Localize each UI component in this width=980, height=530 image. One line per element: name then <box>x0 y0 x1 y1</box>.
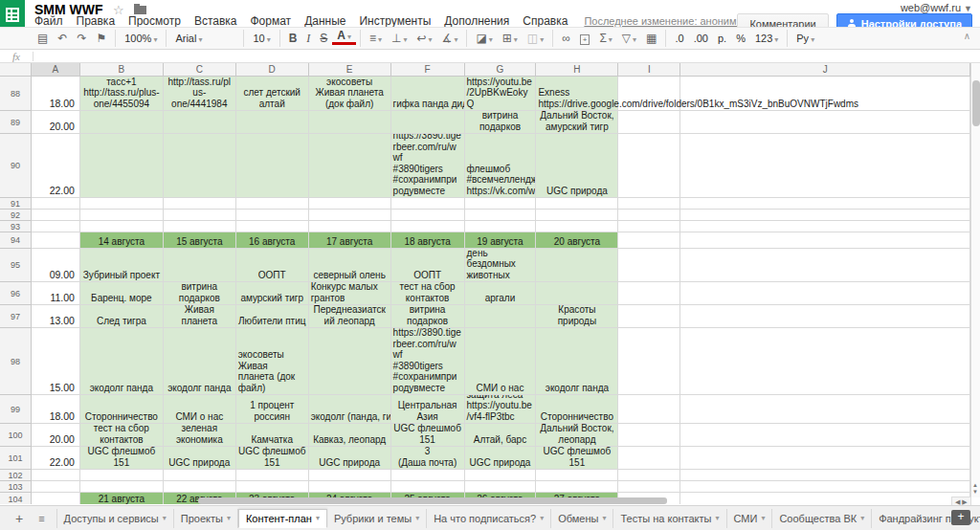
cell-F88[interactable]: гифка панда диджитал <box>391 77 465 111</box>
row-header-94[interactable]: 94 <box>0 232 32 249</box>
cell-C91[interactable] <box>164 198 236 210</box>
cell-C103[interactable] <box>164 481 236 493</box>
font-select[interactable]: Arial▾ <box>170 29 239 48</box>
cell-C95[interactable] <box>164 249 236 282</box>
column-header-B[interactable]: B <box>80 63 164 76</box>
cell-I94[interactable] <box>618 232 680 249</box>
cell-A91[interactable] <box>32 198 80 210</box>
column-header-I[interactable]: I <box>618 63 680 76</box>
cell-J104[interactable] <box>680 493 970 504</box>
cell-E94[interactable]: 17 августа <box>309 232 391 249</box>
cell-E92[interactable] <box>309 210 391 221</box>
cell-G88[interactable]: защита леса https://youtu.be/2UpBKwEokyQ <box>465 77 537 111</box>
cell-D92[interactable] <box>236 210 309 221</box>
cell-H95[interactable] <box>536 249 618 282</box>
row-header-90[interactable]: 90 <box>0 134 32 198</box>
insert-link-button[interactable]: ∞ <box>557 29 575 48</box>
cell-E96[interactable]: Конкурс малых грантов <box>309 282 391 305</box>
cell-J90[interactable] <box>680 134 970 198</box>
cell-F94[interactable]: 18 августа <box>391 232 465 249</box>
cell-H101[interactable]: UGC флешмоб 151 <box>536 447 618 470</box>
cell-I95[interactable] <box>618 249 680 282</box>
insert-comment-button[interactable]: + <box>575 29 595 48</box>
cell-D97[interactable]: Любители птиц <box>236 305 309 328</box>
cell-A102[interactable] <box>32 470 80 481</box>
row-header-104[interactable]: 104 <box>0 493 32 504</box>
cell-C99[interactable]: СМИ о нас <box>164 395 236 424</box>
all-sheets-button[interactable]: ≡ <box>31 513 52 524</box>
sheets-logo-icon[interactable] <box>0 0 25 30</box>
cell-F99[interactable]: Центральная Азия <box>391 395 465 424</box>
cell-C92[interactable] <box>164 210 236 221</box>
column-header-C[interactable]: C <box>164 63 236 76</box>
cell-F95[interactable]: ООПТ <box>391 249 465 282</box>
cell-E90[interactable] <box>309 134 391 198</box>
cell-I98[interactable] <box>618 328 680 395</box>
cell-B102[interactable] <box>80 470 164 481</box>
sheet-tab-проекты[interactable]: Проекты▾ <box>174 509 238 528</box>
column-header-E[interactable]: E <box>309 63 391 76</box>
cell-H91[interactable] <box>536 198 618 210</box>
cell-B94[interactable]: 14 августа <box>80 232 164 249</box>
cell-I89[interactable] <box>618 111 680 134</box>
cell-H88[interactable]: Exness https://drive.google.com/drive/fo… <box>536 77 618 111</box>
cell-A88[interactable]: 18.00 <box>32 77 80 111</box>
cell-B93[interactable] <box>80 221 164 232</box>
cell-D98[interactable]: экосоветы Живая планета (док файл) <box>236 328 309 395</box>
cell-H102[interactable] <box>536 470 618 481</box>
input-tools-button[interactable]: Ру▾ <box>791 29 819 48</box>
cell-E100[interactable]: Кавказ, леопард <box>309 424 391 447</box>
cell-B90[interactable] <box>80 134 164 198</box>
column-header-A[interactable]: A <box>32 63 80 76</box>
cell-H103[interactable] <box>536 481 618 493</box>
column-header-D[interactable]: D <box>236 63 309 76</box>
decrease-decimal-button[interactable]: .0 <box>670 29 688 48</box>
row-header-98[interactable]: 98 <box>0 328 32 395</box>
sheet-tab-обмены[interactable]: Обмены▾ <box>551 509 613 528</box>
row-header-102[interactable]: 102 <box>0 470 32 481</box>
column-header-F[interactable]: F <box>391 63 465 76</box>
cell-D96[interactable]: амурский тигр <box>236 282 309 305</box>
sheet-tab-рубрики-и-темы[interactable]: Рубрики и темы▾ <box>327 509 427 528</box>
font-size-select[interactable]: 10▾ <box>248 29 275 48</box>
cell-A99[interactable]: 18.00 <box>32 395 80 424</box>
cell-G102[interactable] <box>465 470 537 481</box>
redo-icon[interactable]: ↷ <box>72 29 91 48</box>
cell-H97[interactable]: Красоты природы <box>536 305 618 328</box>
cell-A98[interactable]: 15.00 <box>32 328 80 395</box>
cell-H98[interactable]: экодолг панда <box>536 328 618 395</box>
cell-F101[interactable]: радиоискатель 3 (Даша почта) <box>391 447 465 470</box>
cell-I102[interactable] <box>618 470 680 481</box>
cell-G98[interactable]: СМИ о нас <box>465 328 537 395</box>
cell-F103[interactable] <box>391 481 465 493</box>
account-menu[interactable]: web@wwf.ru ▼ <box>901 2 972 13</box>
horizontal-scroll-thumb[interactable] <box>198 497 667 504</box>
cell-I103[interactable] <box>618 481 680 493</box>
cell-E103[interactable] <box>309 481 391 493</box>
cell-J92[interactable] <box>680 210 970 221</box>
cell-B96[interactable]: Баренц. море <box>80 282 164 305</box>
cell-E91[interactable] <box>309 198 391 210</box>
fill-color-button[interactable]: ◪▾ <box>471 29 497 48</box>
cell-D100[interactable]: Камчатка <box>236 424 309 447</box>
explore-button[interactable]: + <box>951 510 970 525</box>
collapse-toolbar-button[interactable]: ∧ <box>964 31 970 41</box>
text-rotate-button[interactable]: ∡▾ <box>437 29 463 48</box>
cell-I101[interactable] <box>618 447 680 470</box>
cell-B91[interactable] <box>80 198 164 210</box>
insert-chart-button[interactable]: ▦ <box>641 29 661 48</box>
merge-cells-button[interactable]: ◫▾ <box>523 29 548 48</box>
cell-H93[interactable] <box>536 221 618 232</box>
sheet-tab-сообщества-вк[interactable]: Сообщества ВК▾ <box>772 509 872 528</box>
cell-G97[interactable] <box>465 305 537 328</box>
cell-A93[interactable] <box>32 221 80 232</box>
cell-J93[interactable] <box>680 221 970 232</box>
cell-D103[interactable] <box>236 481 309 493</box>
cell-E102[interactable] <box>309 470 391 481</box>
percent-format-button[interactable]: % <box>731 29 750 48</box>
undo-icon[interactable]: ↶ <box>53 29 72 48</box>
functions-button[interactable]: Σ▾ <box>594 29 616 48</box>
cell-I90[interactable] <box>618 134 680 198</box>
cell-D102[interactable] <box>236 470 309 481</box>
cell-G96[interactable]: аргали <box>465 282 537 305</box>
